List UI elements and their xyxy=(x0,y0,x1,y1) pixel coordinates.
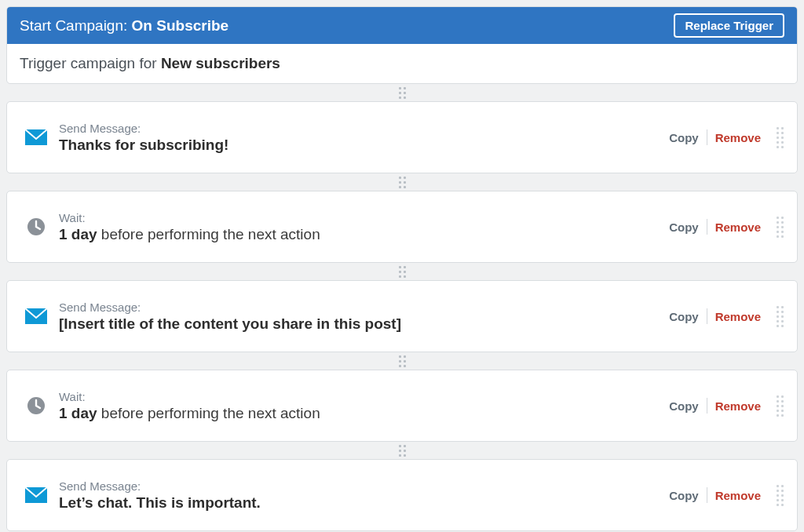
message-step-card[interactable]: Send Message: [Insert title of the conte… xyxy=(6,280,798,352)
remove-button[interactable]: Remove xyxy=(707,220,769,234)
trigger-title: Start Campaign: On Subscribe xyxy=(20,17,228,35)
remove-button[interactable]: Remove xyxy=(707,489,769,502)
step-label: Send Message: xyxy=(59,122,661,135)
envelope-icon xyxy=(25,487,47,503)
step-content-emph: Let’s chat. This is important. xyxy=(59,494,261,511)
step-body: Send Message: Thanks for subscribing! xyxy=(59,122,661,154)
remove-button[interactable]: Remove xyxy=(707,310,769,323)
step-content-emph: [Insert title of the content you share i… xyxy=(59,315,401,332)
step-content: 1 day before performing the next action xyxy=(59,405,661,422)
connector-dots-icon xyxy=(399,266,406,278)
envelope-icon xyxy=(25,308,47,324)
trigger-title-prefix: Start Campaign: xyxy=(20,17,132,34)
drag-handle-icon[interactable] xyxy=(777,217,788,238)
message-step-card[interactable]: Send Message: Let’s chat. This is import… xyxy=(6,459,798,531)
trigger-sub-prefix: Trigger campaign for xyxy=(20,55,161,71)
clock-icon xyxy=(27,396,46,415)
connector-dots-icon xyxy=(399,355,406,367)
trigger-header: Start Campaign: On Subscribe Replace Tri… xyxy=(7,7,797,44)
trigger-card: Start Campaign: On Subscribe Replace Tri… xyxy=(6,6,798,84)
step-icon-wrap xyxy=(24,308,48,324)
replace-trigger-button[interactable]: Replace Trigger xyxy=(674,13,784,38)
message-step-card[interactable]: Send Message: Thanks for subscribing! Co… xyxy=(6,101,798,173)
step-icon-wrap xyxy=(24,129,48,145)
step-content-emph: 1 day xyxy=(59,226,97,242)
copy-button[interactable]: Copy xyxy=(661,399,707,413)
trigger-subtitle: Trigger campaign for New subscribers xyxy=(7,44,797,83)
step-content: Let’s chat. This is important. xyxy=(59,494,661,512)
connector-dots-icon xyxy=(399,177,406,188)
step-connector[interactable] xyxy=(6,263,798,280)
copy-button[interactable]: Copy xyxy=(661,310,707,323)
step-content: [Insert title of the content you share i… xyxy=(59,315,661,333)
step-content: 1 day before performing the next action xyxy=(59,226,661,243)
step-connector[interactable] xyxy=(6,173,798,191)
drag-handle-icon[interactable] xyxy=(777,306,788,327)
step-content: Thanks for subscribing! xyxy=(59,137,661,154)
campaign-builder: Start Campaign: On Subscribe Replace Tri… xyxy=(6,6,798,531)
trigger-sub-emph: New subscribers xyxy=(161,55,280,71)
wait-step-card[interactable]: Wait: 1 day before performing the next a… xyxy=(6,191,798,263)
step-actions: Copy Remove xyxy=(661,219,769,235)
step-connector[interactable] xyxy=(6,352,798,370)
step-label: Wait: xyxy=(59,211,661,224)
step-label: Send Message: xyxy=(59,479,661,493)
connector-dots-icon xyxy=(399,445,406,457)
copy-button[interactable]: Copy xyxy=(661,489,707,502)
step-body: Wait: 1 day before performing the next a… xyxy=(59,390,661,422)
step-content-rest: before performing the next action xyxy=(97,226,320,242)
step-icon-wrap xyxy=(24,217,48,236)
remove-button[interactable]: Remove xyxy=(707,131,769,144)
step-actions: Copy Remove xyxy=(661,129,769,145)
drag-handle-icon[interactable] xyxy=(777,485,788,506)
step-label: Send Message: xyxy=(59,301,661,314)
step-content-emph: Thanks for subscribing! xyxy=(59,137,228,153)
step-body: Send Message: Let’s chat. This is import… xyxy=(59,479,661,512)
connector-dots-icon xyxy=(399,87,406,99)
step-actions: Copy Remove xyxy=(661,398,769,414)
step-connector[interactable] xyxy=(6,442,798,459)
copy-button[interactable]: Copy xyxy=(661,131,707,144)
step-label: Wait: xyxy=(59,390,661,403)
step-body: Send Message: [Insert title of the conte… xyxy=(59,301,661,333)
clock-icon xyxy=(27,217,46,236)
step-content-rest: before performing the next action xyxy=(97,405,320,421)
remove-button[interactable]: Remove xyxy=(707,399,769,413)
step-icon-wrap xyxy=(24,487,48,503)
copy-button[interactable]: Copy xyxy=(661,220,707,234)
step-actions: Copy Remove xyxy=(661,308,769,324)
step-icon-wrap xyxy=(24,396,48,415)
step-actions: Copy Remove xyxy=(661,487,769,503)
drag-handle-icon[interactable] xyxy=(777,395,788,417)
step-content-emph: 1 day xyxy=(59,405,97,421)
wait-step-card[interactable]: Wait: 1 day before performing the next a… xyxy=(6,370,798,442)
envelope-icon xyxy=(25,129,47,145)
trigger-title-name: On Subscribe xyxy=(132,17,229,34)
step-connector[interactable] xyxy=(6,84,798,101)
drag-handle-icon[interactable] xyxy=(777,127,788,148)
step-body: Wait: 1 day before performing the next a… xyxy=(59,211,661,243)
